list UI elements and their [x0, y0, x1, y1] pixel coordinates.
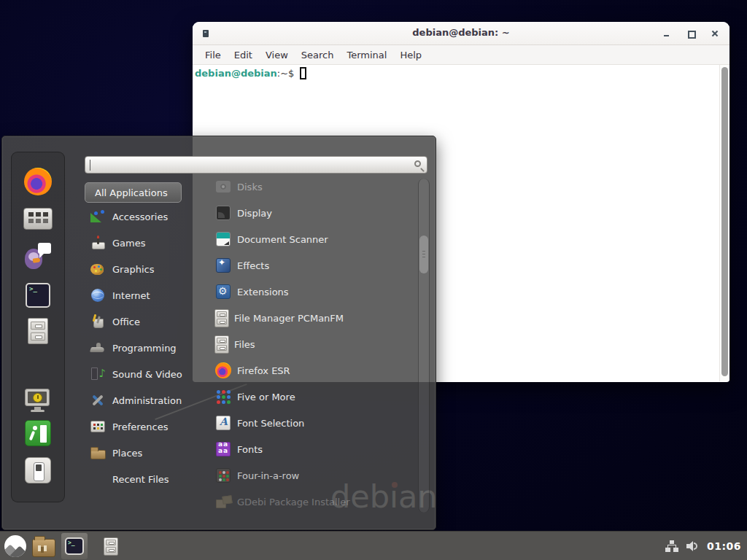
taskbar: 01:06 [0, 531, 747, 560]
clock[interactable]: 01:06 [707, 540, 743, 552]
internet-globe-icon [90, 287, 106, 303]
app-item-font-selection[interactable]: Font Selection [193, 410, 417, 436]
app-item-effects[interactable]: Effects [193, 252, 417, 279]
applications-list: Disks Display Document Scanner Effects E… [193, 178, 417, 519]
terminal-titlebar[interactable]: debian@debian: ~ [193, 22, 729, 45]
applications-scrollbar-thumb[interactable] [419, 236, 428, 273]
programming-icon [90, 340, 106, 356]
app-item-extensions[interactable]: Extensions [193, 279, 417, 305]
accessories-icon [90, 209, 106, 225]
app-item-firefox-esr[interactable]: Firefox ESR [193, 357, 417, 384]
fonts-icon [214, 440, 232, 458]
firefox-icon [24, 168, 52, 195]
app-item-gdebi-package-installer[interactable]: GDebi Package Installer [193, 489, 417, 515]
menu-edit[interactable]: Edit [228, 47, 259, 63]
favorite-keyboard-app[interactable] [12, 204, 64, 233]
menu-view[interactable]: View [259, 47, 295, 63]
category-label: Graphics [112, 264, 154, 275]
disks-icon [214, 178, 232, 195]
category-label: Accessories [112, 211, 168, 222]
app-label: Firefox ESR [237, 365, 290, 376]
extensions-gear-icon [214, 283, 232, 300]
system-tray: 01:06 [665, 532, 743, 560]
app-item-four-in-a-row[interactable]: Four-in-a-row [193, 462, 417, 489]
logout-button[interactable] [12, 419, 64, 448]
applications-scrollbar[interactable] [418, 179, 430, 513]
category-recent-files[interactable]: Recent Files [85, 466, 200, 492]
menu-terminal[interactable]: Terminal [340, 47, 393, 63]
search-icon [414, 160, 421, 167]
app-item-fonts[interactable]: Fonts [193, 436, 417, 462]
taskbar-terminal-task[interactable] [61, 532, 88, 560]
category-label: Office [112, 316, 140, 327]
shutdown-button[interactable] [12, 456, 64, 485]
app-label: Extensions [237, 287, 289, 298]
menu-file[interactable]: File [198, 47, 228, 63]
minimize-icon[interactable] [662, 29, 671, 38]
file-cabinet-icon [28, 318, 48, 344]
app-label: Four-in-a-row [237, 470, 299, 481]
app-item-file-manager-pcmanfm[interactable]: File Manager PCManFM [193, 305, 417, 331]
app-label: GDebi Package Installer [237, 497, 350, 508]
category-preferences[interactable]: Preferences [85, 413, 200, 440]
app-item-disks[interactable]: Disks [193, 178, 417, 200]
favorite-terminal[interactable] [12, 281, 64, 310]
taskbar-files-task[interactable] [98, 532, 124, 560]
lock-screen-button[interactable] [12, 386, 64, 415]
category-label: Preferences [112, 421, 168, 432]
category-administration[interactable]: Administration [85, 387, 200, 413]
file-manager-launcher[interactable] [31, 532, 57, 560]
file-cabinet-icon [214, 335, 229, 354]
terminal-scrollbar-thumb[interactable] [721, 67, 728, 376]
category-label: Administration [112, 395, 182, 406]
menu-button[interactable] [3, 532, 28, 560]
favorite-pidgin[interactable] [12, 241, 64, 270]
maximize-icon[interactable] [686, 29, 695, 38]
file-cabinet-icon [104, 537, 118, 556]
all-applications-label: All Applications [95, 187, 168, 198]
menu-logo-icon [4, 535, 26, 557]
application-menu: All Applications Accessories Games Graph… [1, 136, 436, 530]
games-icon [90, 235, 106, 251]
keyboard-icon [23, 208, 53, 230]
text-caret [90, 160, 90, 171]
menu-search[interactable]: Search [295, 47, 341, 63]
terminal-scrollbar[interactable] [719, 65, 729, 381]
categories-column: Accessories Games Graphics Internet Offi… [85, 203, 200, 492]
app-item-five-or-more[interactable]: Five or More [193, 384, 417, 410]
shutdown-icon [25, 457, 51, 483]
preferences-icon [90, 419, 106, 435]
search-field[interactable] [85, 156, 427, 174]
category-graphics[interactable]: Graphics [85, 256, 200, 282]
menu-help[interactable]: Help [393, 47, 428, 63]
display-icon [214, 204, 232, 222]
app-item-document-scanner[interactable]: Document Scanner [193, 226, 417, 252]
app-item-files[interactable]: Files [193, 331, 417, 357]
category-office[interactable]: Office [85, 308, 200, 335]
folder-icon [32, 539, 55, 557]
category-programming[interactable]: Programming [85, 335, 200, 361]
prompt-line: debian@debian:~$ [193, 65, 729, 79]
search-input[interactable] [85, 157, 427, 173]
close-icon[interactable] [711, 29, 719, 38]
terminal-cursor [300, 67, 306, 79]
category-sound-video[interactable]: Sound & Video [85, 361, 200, 387]
network-icon[interactable] [665, 540, 679, 552]
app-item-display[interactable]: Display [193, 200, 417, 226]
graphics-icon [90, 261, 106, 277]
category-label: Sound & Video [112, 369, 182, 380]
all-applications-button[interactable]: All Applications [85, 182, 182, 203]
category-label: Programming [112, 343, 177, 354]
logout-icon [25, 420, 51, 446]
category-internet[interactable]: Internet [85, 282, 200, 308]
category-places[interactable]: Places [85, 440, 200, 466]
app-label: Document Scanner [237, 234, 328, 245]
prompt-suffix: :~$ [277, 68, 295, 79]
category-games[interactable]: Games [85, 230, 200, 256]
favorite-firefox[interactable] [12, 167, 64, 196]
favorite-file-manager[interactable] [12, 316, 64, 346]
category-accessories[interactable]: Accessories [85, 203, 200, 230]
places-folder-icon [90, 445, 106, 461]
app-label: Font Selection [237, 418, 304, 429]
volume-icon[interactable] [686, 540, 700, 552]
